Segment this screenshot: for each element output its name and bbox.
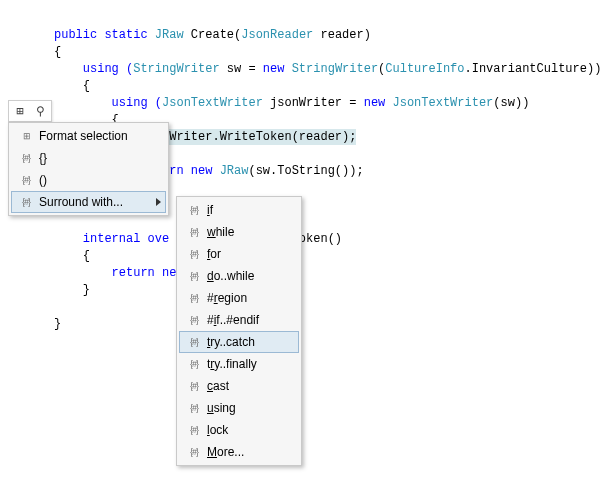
submenu-item[interactable]: {#}More... xyxy=(179,441,299,463)
code-line: { xyxy=(54,249,90,263)
code-line: using (JsonTextWriter jsonWriter = new J… xyxy=(54,96,529,110)
submenu-item[interactable]: {#}using xyxy=(179,397,299,419)
submenu-label: #region xyxy=(207,291,281,305)
code-line: return ne xyxy=(54,266,176,280)
braces-icon: {#} xyxy=(183,311,205,329)
braces-icon: {#} xyxy=(183,377,205,395)
code-line: using (StringWriter sw = new StringWrite… xyxy=(54,62,600,76)
submenu-item[interactable]: {#}while xyxy=(179,221,299,243)
braces-icon: {#} xyxy=(183,223,205,241)
submenu-label: cast xyxy=(207,379,281,393)
braces-icon: {#} xyxy=(183,421,205,439)
braces-icon: {#} xyxy=(15,149,37,167)
code-line: } xyxy=(54,283,90,297)
submenu-item[interactable]: {#}if xyxy=(179,199,299,221)
menu-label: () xyxy=(39,173,148,187)
code-line: public static JRaw Create(JsonReader rea… xyxy=(54,28,371,42)
surround-submenu: {#}if{#}while{#}for{#}do..while{#}#regio… xyxy=(176,196,302,466)
braces-icon: {#} xyxy=(15,171,37,189)
submenu-label: try..catch xyxy=(207,335,280,349)
menu-item-braces[interactable]: {#} {} xyxy=(11,147,166,169)
menu-label: Surround with... xyxy=(39,195,147,209)
bulb-icon[interactable]: ⚲ xyxy=(31,102,49,120)
code-line: { xyxy=(54,45,61,59)
chevron-right-icon xyxy=(156,198,161,206)
submenu-label: while xyxy=(207,225,281,239)
menu-item-parens[interactable]: {#} () xyxy=(11,169,166,191)
submenu-item[interactable]: {#}#if..#endif xyxy=(179,309,299,331)
submenu-label: if xyxy=(207,203,281,217)
braces-icon: {#} xyxy=(183,245,205,263)
braces-icon: {#} xyxy=(183,399,205,417)
submenu-label: #if..#endif xyxy=(207,313,281,327)
code-line: } xyxy=(54,317,61,331)
submenu-item[interactable]: {#}try..finally xyxy=(179,353,299,375)
submenu-label: lock xyxy=(207,423,281,437)
submenu-label: using xyxy=(207,401,281,415)
braces-icon: {#} xyxy=(183,333,205,351)
menu-item-format[interactable]: ⊞ Format selection xyxy=(11,125,166,147)
menu-label: Format selection xyxy=(39,129,148,143)
context-menu: ⊞ Format selection {#} {} {#} () {#} Sur… xyxy=(8,122,169,216)
format-icon[interactable]: ⊞ xyxy=(11,102,29,120)
submenu-item[interactable]: {#}cast xyxy=(179,375,299,397)
submenu-item[interactable]: {#}try..catch xyxy=(179,331,299,353)
submenu-item[interactable]: {#}for xyxy=(179,243,299,265)
braces-icon: {#} xyxy=(183,443,205,461)
braces-icon: {#} xyxy=(183,267,205,285)
submenu-label: for xyxy=(207,247,281,261)
menu-item-surround[interactable]: {#} Surround with... xyxy=(11,191,166,213)
braces-icon: {#} xyxy=(183,289,205,307)
quick-actions-strip: ⊞ ⚲ xyxy=(8,100,52,122)
submenu-label: do..while xyxy=(207,269,281,283)
format-selection-icon: ⊞ xyxy=(15,127,37,145)
submenu-item[interactable]: {#}lock xyxy=(179,419,299,441)
submenu-label: More... xyxy=(207,445,281,459)
submenu-item[interactable]: {#}do..while xyxy=(179,265,299,287)
braces-icon: {#} xyxy=(15,193,37,211)
submenu-item[interactable]: {#}#region xyxy=(179,287,299,309)
menu-label: {} xyxy=(39,151,148,165)
submenu-label: try..finally xyxy=(207,357,281,371)
code-line: { xyxy=(54,79,90,93)
braces-icon: {#} xyxy=(183,201,205,219)
braces-icon: {#} xyxy=(183,355,205,373)
